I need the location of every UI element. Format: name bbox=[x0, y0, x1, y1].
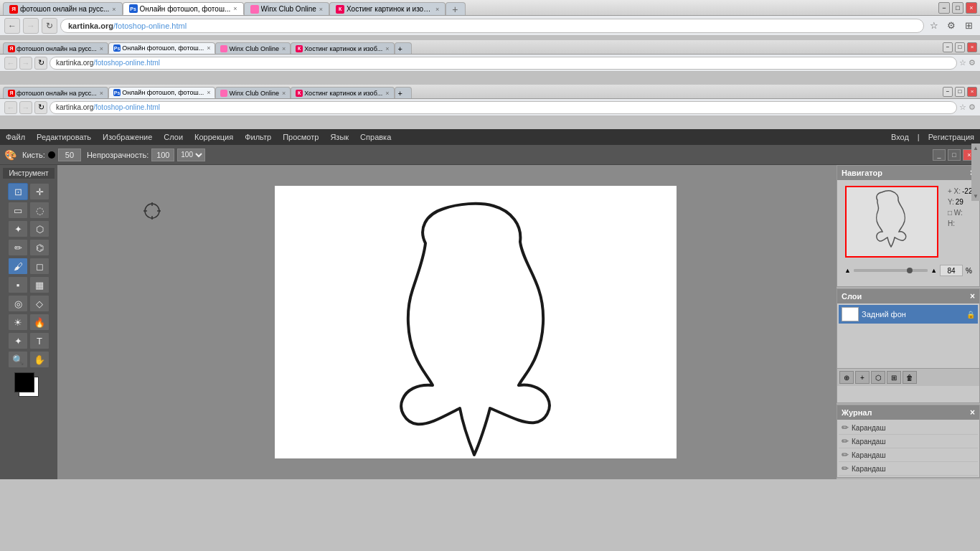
menu-image[interactable]: Изображение bbox=[103, 133, 152, 141]
pencil-tool[interactable]: ✏ bbox=[8, 239, 28, 256]
tool-row-6: ▪ ▦ bbox=[3, 276, 55, 293]
eraser-tool[interactable]: ◻ bbox=[29, 258, 50, 275]
opacity-input[interactable] bbox=[151, 149, 174, 161]
eyedropper-tool[interactable]: ✦ bbox=[8, 332, 28, 349]
layers-tool-create-group[interactable]: ⊕ bbox=[839, 371, 854, 384]
toolbar-options-icon: 🎨 bbox=[4, 149, 17, 161]
bookmark-icon[interactable]: ☆ bbox=[927, 19, 941, 33]
back-button[interactable]: ← bbox=[4, 18, 20, 34]
rect-select-tool[interactable]: ▭ bbox=[8, 202, 28, 219]
tool-row-3: ✦ ⬡ bbox=[3, 220, 55, 237]
layers-tool-delete[interactable]: 🗑 bbox=[903, 371, 917, 384]
sharpen-tool[interactable]: ◇ bbox=[29, 295, 50, 312]
url-path: /fotoshop-online.html bbox=[113, 22, 187, 30]
stacked-browser-1: Я фотошоп онлайн на русс... × Ps Онлайн … bbox=[0, 40, 980, 72]
refresh-button[interactable]: ↻ bbox=[42, 18, 57, 34]
tab-2-close[interactable]: × bbox=[233, 5, 237, 12]
layers-tool-duplicate[interactable]: ⬡ bbox=[871, 371, 885, 384]
toolbar-controls: _ □ × bbox=[933, 149, 976, 161]
heal-tool[interactable]: ⌬ bbox=[29, 239, 50, 256]
free-select-tool[interactable]: ⬡ bbox=[29, 220, 50, 237]
magic-wand-tool[interactable]: ✦ bbox=[8, 220, 28, 237]
zoom-thumb[interactable] bbox=[907, 268, 913, 273]
register-link[interactable]: Регистрация bbox=[928, 133, 974, 141]
layers-toolbar: ⊕ + ⬡ ⊞ 🗑 bbox=[837, 368, 979, 386]
tool-row-2: ▭ ◌ bbox=[3, 202, 55, 219]
burn-tool[interactable]: 🔥 bbox=[29, 314, 50, 331]
move-tool[interactable]: ✛ bbox=[29, 183, 50, 200]
layer-thumbnail bbox=[842, 307, 859, 321]
app-toolbar: 🎨 Кисть: Непрозрачность: 100 _ □ × bbox=[0, 145, 980, 165]
hand-tool[interactable]: ✋ bbox=[29, 351, 50, 368]
zoom-tool[interactable]: 🔍 bbox=[8, 351, 28, 368]
brush-size-input[interactable] bbox=[58, 149, 81, 161]
journal-panel-header: Журнал × bbox=[837, 405, 979, 420]
layer-item-background[interactable]: Задний фон 🔒 bbox=[839, 305, 978, 324]
menu-view[interactable]: Просмотр bbox=[283, 133, 319, 141]
toolbox-title: Инструмент bbox=[3, 168, 55, 179]
opacity-select[interactable]: 100 bbox=[177, 149, 205, 161]
coord-w: □ W: bbox=[948, 209, 976, 217]
canvas-container[interactable] bbox=[115, 165, 837, 479]
blur-tool[interactable]: ◎ bbox=[8, 295, 28, 312]
menu-file[interactable]: Файл bbox=[6, 133, 25, 141]
foreground-color-swatch[interactable] bbox=[14, 372, 34, 392]
menu-edit[interactable]: Редактировать bbox=[37, 133, 91, 141]
tab-1[interactable]: Я фотошоп онлайн на русс... × bbox=[3, 2, 123, 15]
layers-tool-link[interactable]: ⊞ bbox=[887, 371, 901, 384]
zoom-slider[interactable] bbox=[854, 269, 928, 272]
layers-tool-add[interactable]: + bbox=[855, 371, 870, 384]
zoom-track bbox=[854, 270, 928, 272]
journal-close[interactable]: × bbox=[970, 408, 975, 418]
zoom-input[interactable] bbox=[940, 265, 963, 276]
login-link[interactable]: Вход bbox=[891, 133, 909, 141]
menu-language[interactable]: Язык bbox=[330, 133, 349, 141]
new-tab-icon: + bbox=[452, 4, 458, 15]
journal-scrollbar[interactable]: ▲ ▼ bbox=[971, 165, 980, 201]
brush-preview bbox=[48, 151, 55, 159]
gradient-tool[interactable]: ▦ bbox=[29, 276, 50, 293]
tab-3-close[interactable]: × bbox=[319, 6, 323, 13]
fill-tool[interactable]: ▪ bbox=[8, 276, 28, 293]
brush-tool[interactable]: 🖌 bbox=[8, 258, 28, 275]
settings-icon[interactable]: ⚙ bbox=[944, 19, 958, 33]
page-action-icon[interactable]: ⊞ bbox=[961, 19, 976, 33]
canvas-area[interactable] bbox=[57, 165, 837, 479]
menu-filter[interactable]: Фильтр bbox=[245, 133, 271, 141]
tab-2[interactable]: Ps Онлайн фотошоп, фотош... × bbox=[123, 2, 244, 15]
layers-close[interactable]: × bbox=[970, 291, 975, 301]
tab-1-close[interactable]: × bbox=[112, 6, 116, 13]
toolbar-minimize[interactable]: _ bbox=[933, 149, 946, 161]
toolbar-maximize[interactable]: □ bbox=[948, 149, 961, 161]
tab-new[interactable]: + bbox=[446, 2, 466, 15]
dodge-tool[interactable]: ☀ bbox=[8, 314, 28, 331]
tab-1-label: фотошоп онлайн на русс... bbox=[20, 5, 109, 13]
tab-2-label: Онлайн фотошоп, фотош... bbox=[140, 5, 231, 13]
menu-layers[interactable]: Слои bbox=[164, 133, 183, 141]
lasso-tool[interactable]: ◌ bbox=[29, 202, 50, 219]
text-tool[interactable]: T bbox=[29, 332, 50, 349]
tool-row-7: ◎ ◇ bbox=[3, 295, 55, 312]
canvas-drawing bbox=[275, 186, 677, 458]
forward-button[interactable]: → bbox=[23, 18, 39, 34]
tool-row-5: 🖌 ◻ bbox=[3, 258, 55, 275]
tab-4[interactable]: К Хостинг картинок и изоб... × bbox=[329, 2, 446, 15]
tab-4-close[interactable]: × bbox=[435, 6, 439, 13]
menu-help[interactable]: Справка bbox=[360, 133, 391, 141]
address-bar[interactable]: kartinka.org /fotoshop-online.html bbox=[60, 19, 924, 33]
menu-correction[interactable]: Коррекция bbox=[194, 133, 233, 141]
crop-tool[interactable]: ⊡ bbox=[8, 183, 28, 200]
y-value: 29 bbox=[956, 198, 963, 206]
app-menubar: Файл Редактировать Изображение Слои Корр… bbox=[0, 129, 980, 145]
close-button[interactable]: × bbox=[966, 2, 977, 14]
maximize-button[interactable]: □ bbox=[952, 2, 963, 14]
minimize-button[interactable]: − bbox=[938, 2, 950, 14]
zoom-out-icon[interactable]: ▲ bbox=[844, 267, 851, 274]
tab-bar: Я фотошоп онлайн на русс... × Ps Онлайн … bbox=[3, 0, 936, 15]
drawing-canvas[interactable] bbox=[275, 186, 677, 458]
zoom-in-icon[interactable]: ▲ bbox=[930, 267, 937, 274]
tab-3[interactable]: Winx Club Online × bbox=[244, 2, 330, 15]
color-swatches[interactable] bbox=[3, 372, 55, 401]
tool-row-10: 🔍 ✋ bbox=[3, 351, 55, 368]
tab-1-favicon: Я bbox=[9, 5, 18, 14]
